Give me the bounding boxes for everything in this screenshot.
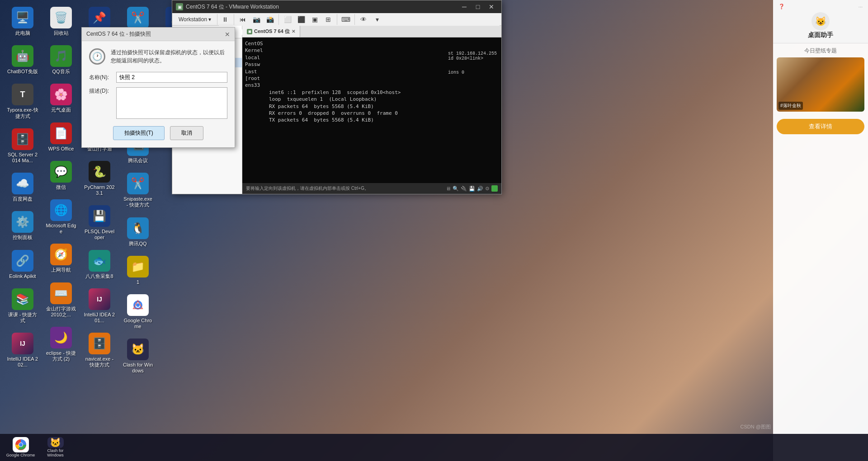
desktop-icon-pycharm[interactable]: 🐍 PyCharm 2023.1 (81, 159, 118, 198)
desktop-icon-nav-browser[interactable]: 🧭 上网导航 (43, 241, 79, 275)
csdn-watermark: CSDN @图图 (741, 423, 771, 430)
chatbot-icon: 🤖 (12, 45, 33, 67)
dialog-content: 🕐 通过拍摄快照可以保留虚拟机的状态，以便以后您能返回相同的状态。 名称(N):… (82, 41, 235, 147)
snipaste2-icon: ✂️ (127, 173, 149, 194)
wps-label: WPS Office (48, 146, 74, 152)
desktop-icon-snipaste2[interactable]: ✂️ Snipaste.exe - 快捷方式 (120, 170, 156, 210)
desktop-icon-google-chrome-desk[interactable]: Google Chrome (120, 292, 156, 332)
help-icon[interactable]: ❓ (778, 4, 785, 9)
ms-edge-icon: 🌐 (50, 199, 72, 221)
tencent-meeting-label: 腾讯会议 (128, 158, 148, 164)
eolink-icon: 🔗 (12, 250, 33, 272)
snapshot-desc-input[interactable] (116, 87, 227, 119)
desktop-icon-eolink[interactable]: 🔗 Eolink Apikit (5, 248, 41, 282)
view-detail-button[interactable]: 查看详情 (777, 119, 864, 134)
desktop-icon-baidu-cloud[interactable]: ☁️ 百度网盘 (5, 170, 41, 204)
view-fullscreen-button[interactable]: ⬛ (295, 13, 307, 26)
desktop-icon-yuancai[interactable]: 🌸 元气桌面 (43, 81, 79, 115)
right-panel-header: ❓ ··· 😺 桌面助手 (773, 0, 868, 43)
dialog-desc-row: 描述(D): (89, 87, 227, 119)
wallpaper-thumbnail[interactable]: #落叶金秋 (777, 57, 864, 112)
tb-sep4 (354, 14, 355, 25)
taskbar-item-clash[interactable]: 🐱 Clash for Windows (38, 435, 72, 460)
jinshanyx-label: 金山打字游戏2010之... (45, 306, 77, 318)
desktop-icon-intellij[interactable]: IJ IntelliJ IDEA 202... (5, 330, 41, 370)
google-chrome-desk-label: Google Chrome (122, 318, 154, 329)
vmware-close-button[interactable]: ✕ (485, 0, 498, 13)
folder1-label: 1 (137, 279, 139, 285)
vm-status-icons: 🖥 🔍 🔌 💾 🔊 ⚙ (446, 185, 498, 192)
more-icon[interactable]: ··· (859, 4, 863, 9)
view-normal-button[interactable]: ⬜ (281, 13, 294, 26)
vmware-window-title: CentOS 7 64 位 - VMware Workstation (186, 3, 458, 11)
intellij2-icon: IJ (89, 288, 110, 310)
desktop-icon-wechat[interactable]: 💬 微信 (43, 159, 79, 193)
snapshot-name-input[interactable] (116, 72, 227, 83)
my-computer-label: 此电脑 (15, 30, 30, 36)
vmware-toolbar: ⏸ ⏮ 📷 📸 ⬜ ⬛ ▣ ⊞ ⌨ 👁 ▾ (219, 13, 500, 26)
workstation-menu[interactable]: Workstation ▾ (174, 14, 216, 24)
desktop-icon-clash-desk[interactable]: 🐱 Clash for Windows (120, 336, 156, 376)
clash-desk-label: Clash for Windows (122, 362, 154, 374)
desktop-icon-eclipse[interactable]: 🌙 eclipse - 快捷方式 (2) (43, 325, 79, 364)
vm-status-text: 要将输入定向到该虚拟机，请在虚拟机内部单击或按 Ctrl+G。 (246, 185, 442, 192)
taskbar-chrome-icon (13, 437, 29, 452)
taskbar-chrome-label: Google Chrome (6, 453, 35, 458)
desktop-icon-babaqian[interactable]: 🐟 八八鱼采集8 (81, 248, 118, 282)
view-options-button[interactable]: 👁 (357, 13, 370, 26)
desktop-icon-folder1[interactable]: 📁 1 (120, 254, 156, 287)
vm-tab-close-button[interactable]: ✕ (292, 29, 295, 34)
snapshot-revert-button[interactable]: ⏮ (236, 13, 249, 26)
desktop-icon-ms-edge[interactable]: 🌐 Microsoft Edge (43, 197, 79, 237)
intellij-icon: IJ (12, 333, 33, 354)
view-fit-button[interactable]: ⊞ (322, 13, 335, 26)
tb-sep1 (234, 14, 234, 25)
jinshanyx-icon: ⌨️ (50, 282, 72, 304)
typora-icon: T (12, 84, 33, 105)
dialog-buttons: 拍摄快照(T) 取消 (89, 126, 227, 140)
desktop-icon-control-panel[interactable]: ⚙️ 控制面板 (5, 209, 41, 243)
taskbar-clash-icon: 🐱 (47, 437, 64, 448)
sql-server-label: SQL Server 2014 Ma... (7, 152, 38, 164)
desktop-icon-qq[interactable]: 🐧 腾讯QQ (120, 215, 156, 249)
desktop-icon-wps[interactable]: 📄 WPS Office (43, 120, 79, 154)
vm-terminal-screen[interactable]: CentOS Kernel local Passw Last [root ens… (242, 38, 501, 183)
desktop-icon-plsql[interactable]: 💾 PLSQL Developer (81, 203, 118, 243)
babaqian-icon: 🐟 (89, 250, 110, 272)
pause-button[interactable]: ⏸ (219, 13, 231, 26)
taskbar-item-google-chrome[interactable]: Google Chrome (4, 435, 38, 460)
wallpaper-section: 今日壁纸专题 #落叶金秋 (773, 43, 868, 115)
snapshot-restore-button[interactable]: 📸 (264, 13, 276, 26)
typora-label: Typora.exe-快捷方式 (7, 107, 38, 119)
vm-tab-centos-label: CentOS 7 64 位 (254, 28, 290, 35)
vm-status-bar: 要将输入定向到该虚拟机，请在虚拟机内部单击或按 Ctrl+G。 🖥 🔍 🔌 💾 … (242, 183, 501, 194)
folder1-icon: 📁 (127, 256, 149, 278)
desktop-icon-sql-server[interactable]: 🗄️ SQL Server 2014 Ma... (5, 126, 41, 166)
desktop-icon-qq-music[interactable]: 🎵 QQ音乐 (43, 43, 79, 77)
cancel-button[interactable]: 取消 (170, 126, 203, 140)
vmware-minimize-button[interactable]: ─ (458, 0, 471, 13)
view-unity-button[interactable]: ▣ (308, 13, 321, 26)
yuancai-label: 元气桌面 (51, 107, 71, 113)
pycharm-icon: 🐍 (89, 161, 110, 183)
desktop-icon-navicat[interactable]: 🗄️ navicat.exe - 快捷方式 (81, 330, 118, 370)
take-snapshot-button[interactable]: 拍摄快照(T) (113, 126, 164, 140)
taskbar-clash-label: Clash for Windows (40, 449, 71, 458)
vmware-maximize-button[interactable]: □ (472, 0, 484, 13)
view-more-button[interactable]: ▾ (371, 13, 383, 26)
desktop-icon-recycle-bin[interactable]: 🗑️ 回收站 (43, 5, 79, 38)
desktop-icon-jinshanyx[interactable]: ⌨️ 金山打字游戏2010之... (43, 280, 79, 320)
dialog-close-button[interactable]: ✕ (225, 31, 230, 38)
qq-music-icon: 🎵 (50, 45, 72, 67)
send-ctrlaltdel-button[interactable]: ⌨ (340, 13, 352, 26)
desktop-icon-class[interactable]: 📚 课课 - 快捷方式 (5, 286, 41, 326)
desktop-icon-typora[interactable]: T Typora.exe-快捷方式 (5, 81, 41, 121)
desktop-icon-my-computer[interactable]: 🖥️ 此电脑 (5, 5, 41, 38)
vm-status-audio-icon: 🔊 (477, 186, 483, 192)
desktop-icon-chatbot[interactable]: 🤖 ChatBOT免版 (5, 43, 41, 77)
snapshot-take-button[interactable]: 📷 (250, 13, 263, 26)
vm-tab-centos[interactable]: ▣ CentOS 7 64 位 ✕ (242, 26, 300, 37)
control-panel-label: 控制面板 (13, 235, 33, 240)
desktop-icon-intellij2[interactable]: IJ IntelliJ IDEA 201... (81, 286, 118, 326)
tb-sep3 (337, 14, 337, 25)
